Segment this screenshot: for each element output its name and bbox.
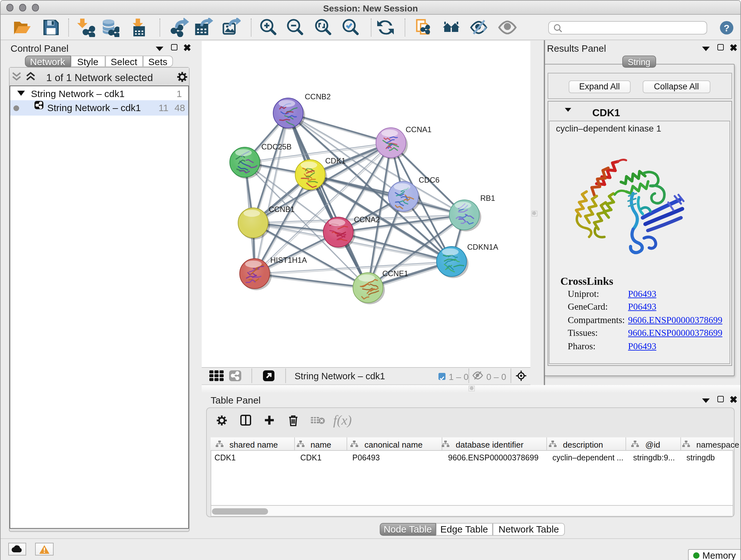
svg-text:CDKN1A: CDKN1A — [467, 243, 498, 251]
svg-text:CCNE1: CCNE1 — [382, 269, 408, 278]
svg-text:HIST1H1A: HIST1H1A — [270, 256, 307, 264]
svg-text:CDC6: CDC6 — [419, 176, 440, 184]
svg-text:CCNA2: CCNA2 — [354, 215, 380, 224]
svg-text:CCNA1: CCNA1 — [406, 125, 431, 134]
svg-text:CCNB2: CCNB2 — [305, 92, 331, 101]
svg-text:RB1: RB1 — [480, 194, 495, 202]
svg-text:CCNB1: CCNB1 — [269, 205, 294, 213]
svg-text:CDK1: CDK1 — [325, 157, 346, 165]
svg-text:CDC25B: CDC25B — [261, 142, 292, 151]
